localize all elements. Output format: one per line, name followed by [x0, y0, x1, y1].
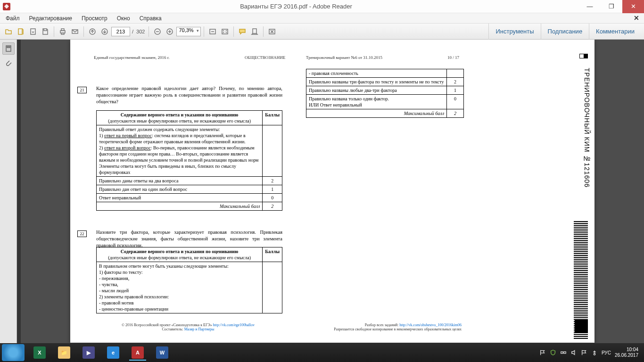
task-word[interactable]: W — [151, 345, 173, 361]
tr-max: Максимальный балл — [306, 109, 447, 118]
tray-date: 26.06.2017 — [615, 353, 638, 358]
fit-page-button[interactable] — [219, 26, 231, 37]
document-viewport[interactable]: Единый государственный экзамен, 2016 г. … — [21, 40, 644, 343]
zoom-out-button[interactable] — [152, 26, 163, 37]
footer-l2: Составитель: — [162, 327, 184, 331]
svg-rect-15 — [7, 47, 10, 48]
t21-r1: Правильный ответ должен содержать следую… — [97, 125, 263, 177]
tr-r2: Правильно названы три фактора по тексту … — [306, 78, 447, 86]
zoom-select[interactable]: 70,3% — [176, 27, 200, 36]
maximize-button[interactable]: ❐ — [601, 0, 622, 13]
t21-max: Максимальный балл — [97, 202, 263, 211]
system-tray: РУС 10:04 26.06.2017 — [539, 347, 642, 358]
window-title: Варианты ЕГЭ 2016.pdf - Adobe Reader — [13, 3, 579, 10]
close-button[interactable]: ✕ — [622, 0, 644, 13]
tray-network-icon[interactable] — [560, 349, 567, 356]
q22-text: Назовите три фактора, которые характериз… — [96, 229, 282, 249]
fit-width-button[interactable] — [207, 26, 218, 37]
app-icon — [3, 3, 10, 10]
tr-maxb: 2 — [447, 109, 464, 118]
sidebar-gap — [17, 40, 21, 343]
svg-rect-11 — [222, 29, 228, 34]
minimize-button[interactable]: — — [579, 0, 601, 13]
save-button[interactable] — [40, 26, 51, 37]
comments-panel-button[interactable]: Комментарии — [589, 24, 641, 40]
taskbar: X 📁 ▶ e A W РУС 10:04 26.06.2017 — [0, 343, 644, 362]
tray-time: 10:04 — [615, 347, 638, 353]
tray-clock[interactable]: 10:04 26.06.2017 — [615, 347, 638, 358]
thumbnails-button[interactable] — [2, 42, 15, 55]
task-ie[interactable]: e — [102, 345, 124, 361]
attachments-button[interactable] — [2, 58, 15, 70]
menubar: Файл Редактирование Просмотр Окно Справк… — [0, 13, 644, 24]
footer-left: © 2016 Всероссийский проект «Самоподгото… — [108, 323, 268, 331]
tr-r1: - правовая сплоченность — [306, 69, 447, 78]
export-button[interactable] — [27, 26, 39, 37]
tr-r2b: 2 — [447, 78, 464, 86]
menu-edit[interactable]: Редактирование — [25, 14, 76, 23]
svg-rect-1 — [31, 29, 35, 34]
close-document-button[interactable]: ✕ — [631, 14, 642, 22]
table-q22: Содержание верного ответа и указания по … — [96, 247, 282, 313]
task-adobe-reader[interactable]: A — [126, 345, 149, 361]
start-button[interactable] — [2, 344, 25, 361]
print-button[interactable] — [57, 26, 68, 37]
tray-lang[interactable]: РУС — [602, 350, 611, 355]
highlight-button[interactable] — [249, 26, 260, 37]
toolbar: / 302 70,3% Инструменты Подписание Комме… — [0, 24, 644, 40]
table-q21: Содержание верного ответа и указания по … — [96, 110, 282, 211]
footer-l1-link[interactable]: http://vk.com/ege100ballov — [213, 323, 255, 327]
page-sep: / — [131, 29, 134, 34]
t21-h1: Содержание верного ответа и указания по … — [121, 112, 239, 117]
email-button[interactable] — [69, 26, 81, 37]
page-total: 302 — [135, 29, 146, 34]
task-explorer[interactable]: 📁 — [53, 345, 75, 361]
menu-help[interactable]: Справка — [136, 14, 165, 23]
tr-r3: Правильно названы любые два-три фактора — [306, 86, 447, 95]
svg-rect-12 — [253, 29, 256, 33]
footer-r1-link[interactable]: http://vk.com/obshestvo_100/2016kim06 — [399, 323, 462, 327]
tools-panel-button[interactable]: Инструменты — [488, 24, 540, 40]
doc-header-right: Тренировочный вариант №6 от 31.10.2015 — [306, 55, 382, 60]
t21-r3: Правильно дан ответ на один любой вопрос — [97, 185, 263, 194]
open-file-button[interactable] — [3, 26, 14, 37]
zoom-value: 70,3% — [179, 27, 193, 33]
pdf-page: Единый государственный экзамен, 2016 г. … — [70, 40, 594, 343]
footer-l2-link[interactable]: Мазяр и Партнеры — [184, 327, 215, 331]
menu-window[interactable]: Окно — [113, 14, 134, 23]
tr-r4b: 0 — [447, 95, 464, 109]
sign-panel-button[interactable]: Подписание — [541, 24, 589, 40]
comment-button[interactable] — [237, 26, 248, 37]
prev-page-button[interactable] — [87, 26, 98, 37]
task-excel[interactable]: X — [28, 345, 51, 361]
menu-file[interactable]: Файл — [2, 14, 24, 23]
zoom-in-button[interactable] — [164, 26, 175, 37]
t21-maxb: 2 — [263, 202, 282, 211]
svg-rect-0 — [18, 29, 22, 34]
main-area: Единый государственный экзамен, 2016 г. … — [0, 40, 644, 343]
t21-h2: Баллы — [263, 111, 282, 125]
t21-r2: Правильно даны ответы на два вопроса — [97, 177, 263, 185]
tray-volume-icon[interactable] — [570, 349, 577, 356]
read-mode-button[interactable] — [266, 26, 278, 37]
page-number-input[interactable] — [111, 27, 130, 36]
create-pdf-button[interactable] — [15, 26, 26, 37]
t22-h1: Содержание верного ответа и указания по … — [121, 249, 239, 254]
svg-rect-3 — [61, 29, 64, 31]
tray-usb-icon[interactable] — [591, 349, 598, 356]
q21-text: Какое определение правовой идеологии дае… — [96, 85, 282, 105]
tr-r3b: 1 — [447, 86, 464, 95]
tray-action-icon[interactable] — [581, 349, 587, 356]
tray-shield-icon[interactable] — [550, 349, 556, 356]
next-page-button[interactable] — [99, 26, 110, 37]
window-controls: — ❐ ✕ — [579, 0, 644, 13]
task-media[interactable]: ▶ — [77, 345, 100, 361]
doc-header-center: ОБЩЕСТВОЗНАНИЕ — [245, 55, 285, 60]
t21-h1b: (допускаются иные формулировки ответа, н… — [108, 118, 251, 123]
footer-l1: © 2016 Всероссийский проект «Самоподгото… — [122, 323, 213, 327]
menu-view[interactable]: Просмотр — [78, 14, 111, 23]
tray-flag-icon[interactable] — [539, 349, 546, 356]
t22-h1b: (допускаются иные формулировки ответа, н… — [108, 255, 251, 260]
footer-right: Разбор всех заданий: http://vk.com/obshe… — [315, 323, 462, 331]
t21-r3b: 1 — [263, 185, 282, 194]
